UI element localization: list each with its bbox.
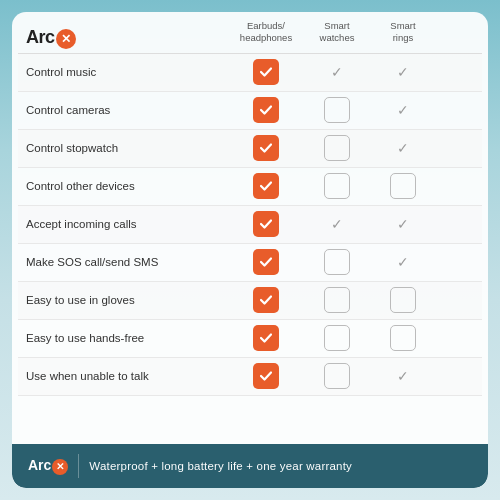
orange-check-cell xyxy=(228,97,304,123)
row-label: Easy to use hands-free xyxy=(18,326,228,350)
table-row: Easy to use hands-free xyxy=(18,320,482,358)
footer-logo: Arc✕ xyxy=(28,457,68,475)
thin-check-cell: ✓ xyxy=(370,217,436,231)
table-row: Easy to use in gloves xyxy=(18,282,482,320)
gray-box-cell xyxy=(304,97,370,123)
orange-check-cell xyxy=(228,325,304,351)
footer-bar: Arc✕ Waterproof + long battery life + on… xyxy=(12,444,488,488)
table-row: Accept incoming calls✓✓ xyxy=(18,206,482,244)
col-header-earbuds: Earbuds/headphones xyxy=(228,20,304,49)
gray-box-cell xyxy=(304,249,370,275)
thin-check-cell: ✓ xyxy=(370,369,436,383)
thin-check-cell: ✓ xyxy=(304,217,370,231)
orange-check-cell xyxy=(228,59,304,85)
table-body: Control music✓✓Control cameras✓Control s… xyxy=(18,54,482,396)
gray-box-cell xyxy=(304,325,370,351)
row-label: Control cameras xyxy=(18,98,228,122)
table-row: Use when unable to talk✓ xyxy=(18,358,482,396)
table-row: Control music✓✓ xyxy=(18,54,482,92)
col-header-watches: Smartwatches xyxy=(304,20,370,49)
orange-check-cell xyxy=(228,173,304,199)
comparison-table: Arc✕ Earbuds/headphones Smartwatches Sma… xyxy=(12,12,488,444)
row-label: Control other devices xyxy=(18,174,228,198)
table-row: Make SOS call/send SMS✓ xyxy=(18,244,482,282)
arc-logo-text: Arc✕ xyxy=(26,27,76,49)
brand-logo: Arc✕ xyxy=(18,27,228,49)
row-label: Control music xyxy=(18,60,228,84)
orange-check-cell xyxy=(228,363,304,389)
thin-check-cell: ✓ xyxy=(370,65,436,79)
gray-box-cell xyxy=(370,173,436,199)
table-header: Arc✕ Earbuds/headphones Smartwatches Sma… xyxy=(18,12,482,54)
orange-check-cell xyxy=(228,287,304,313)
gray-box-cell xyxy=(304,135,370,161)
gray-box-cell xyxy=(304,173,370,199)
thin-check-cell: ✓ xyxy=(304,65,370,79)
footer-divider xyxy=(78,454,79,478)
gray-box-cell xyxy=(370,287,436,313)
table-row: Control cameras✓ xyxy=(18,92,482,130)
orange-check-cell xyxy=(228,211,304,237)
gray-box-cell xyxy=(370,325,436,351)
row-label: Make SOS call/send SMS xyxy=(18,250,228,274)
thin-check-cell: ✓ xyxy=(370,103,436,117)
thin-check-cell: ✓ xyxy=(370,141,436,155)
table-row: Control other devices xyxy=(18,168,482,206)
gray-box-cell xyxy=(304,287,370,313)
table-row: Control stopwatch✓ xyxy=(18,130,482,168)
orange-check-cell xyxy=(228,135,304,161)
footer-tagline: Waterproof + long battery life + one yea… xyxy=(89,460,352,472)
orange-check-cell xyxy=(228,249,304,275)
main-card: Arc✕ Earbuds/headphones Smartwatches Sma… xyxy=(12,12,488,488)
row-label: Use when unable to talk xyxy=(18,364,228,388)
row-label: Control stopwatch xyxy=(18,136,228,160)
row-label: Accept incoming calls xyxy=(18,212,228,236)
thin-check-cell: ✓ xyxy=(370,255,436,269)
col-header-rings: Smartrings xyxy=(370,20,436,49)
gray-box-cell xyxy=(304,363,370,389)
row-label: Easy to use in gloves xyxy=(18,288,228,312)
